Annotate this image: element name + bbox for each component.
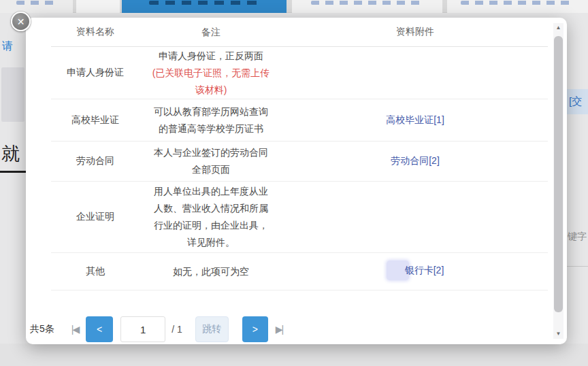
background-pagination-bar: / 1 跳转 > ▶| [0,344,588,366]
total-count-label: 共5条 [30,323,54,335]
attachment-link[interactable]: 高校毕业证[1] [386,114,444,125]
material-name: 申请人身份证 [51,67,140,79]
modal-pagination: 共5条 |◀ < / 1 跳转 > ▶| [30,314,290,344]
material-name: 劳动合同 [51,155,140,167]
truncated-tab-text [311,1,421,5]
header-attachment: 资料附件 [282,26,548,38]
prev-page-button[interactable]: < [86,316,113,342]
background-tab-bar [0,0,588,13]
background-tab-4[interactable] [447,0,588,13]
page-total-label: / 1 [172,324,182,335]
background-tab-1[interactable] [0,0,73,13]
background-submit-partial[interactable]: [交 [569,95,582,108]
truncated-tab-text [149,1,263,5]
close-icon[interactable]: ✕ [11,12,31,31]
attachment-list-dialog: ✕ 资料名称 备注 资料附件 申请人身份证 申请人身份证，正反两面 (已关联电子… [26,18,567,344]
background-tab-3[interactable] [292,0,442,13]
material-attachment: 高校毕业证[1] [282,114,548,127]
background-page-heading: 就 [1,142,20,166]
background-tab-2[interactable] [76,0,120,13]
table-row: 企业证明 用人单位出具的上年度从业 人数、营业收入情况和所属 行业的证明，由企业… [51,182,548,253]
header-remark: 备注 [140,24,282,41]
table-row: 高校毕业证 可以从教育部学历网站查询 的普通高等学校学历证书 高校毕业证[1] [51,99,548,142]
material-name: 企业证明 [51,211,140,223]
material-name: 高校毕业证 [51,114,140,127]
truncated-tab-text [16,1,59,5]
material-attachment: 劳动合同[2] [282,155,548,167]
background-partial-link[interactable]: 请 [2,39,13,54]
material-remark: 用人单位出具的上年度从业 人数、营业收入情况和所属 行业的证明，由企业出具， 详… [140,183,282,251]
table-row: 劳动合同 本人与企业签订的劳动合同 全部页面 劳动合同[2] [51,142,548,182]
material-name: 其他 [51,265,140,278]
material-attachment: 银行卡[2] [282,261,548,282]
attachment-link[interactable]: 银行卡[2] [405,265,444,277]
material-remark: 申请人身份证，正反两面 (已关联电子证照，无需上传 该材料) [140,48,282,99]
scrollbar-thumb[interactable] [554,36,563,312]
scroll-down-icon[interactable]: ▼ [553,330,564,338]
page-number-input[interactable] [120,316,165,342]
jump-button[interactable]: 跳转 [195,316,229,342]
table-row: 其他 如无，此项可为空 银行卡[2] [51,253,548,290]
background-panel [1,67,24,122]
materials-table: 资料名称 备注 资料附件 申请人身份证 申请人身份证，正反两面 (已关联电子证照… [51,18,548,290]
background-heading-underline [0,171,26,173]
material-remark: 可以从教育部学历网站查询 的普通高等学校学历证书 [140,103,282,137]
scroll-up-icon[interactable]: ▲ [553,24,564,32]
table-row: 申请人身份证 申请人身份证，正反两面 (已关联电子证照，无需上传 该材料) [51,47,548,99]
last-page-icon[interactable]: ▶| [276,324,282,335]
background-tab-active[interactable] [122,0,287,13]
next-page-button[interactable]: > [242,316,268,342]
first-page-icon[interactable]: |◀ [71,324,78,335]
material-remark: 本人与企业签订的劳动合同 全部页面 [140,144,282,178]
header-material-name: 资料名称 [51,26,140,38]
truncated-tab-text [461,1,575,5]
attachment-link[interactable]: 劳动合同[2] [391,155,440,166]
background-keyword-label: 键字 [568,231,587,243]
remark-alert-text: (已关联电子证照，无需上传 该材料) [140,65,282,99]
modal-scrollbar[interactable]: ▲ ▼ [553,23,564,339]
material-remark: 如无，此项可为空 [140,263,282,280]
background-divider [567,266,588,267]
table-header-row: 资料名称 备注 资料附件 [51,18,548,47]
